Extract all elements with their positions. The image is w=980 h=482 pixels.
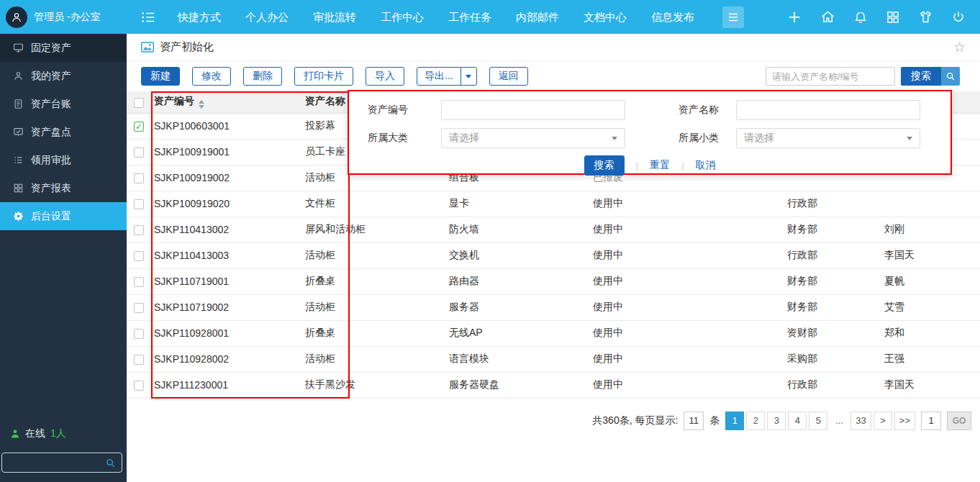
user-name: 管理员 -办公室 [34, 11, 101, 24]
panel-cancel-button[interactable]: 取消 [695, 159, 715, 172]
row-checkbox[interactable] [134, 329, 144, 339]
sidebar-item[interactable]: 资产报表 [0, 174, 127, 202]
page-button[interactable]: 3 [767, 411, 786, 430]
nav-item[interactable]: 工作中心 [368, 0, 436, 34]
goto-page-input[interactable] [921, 411, 941, 430]
theme-shirt-icon[interactable] [918, 9, 933, 24]
nav-item[interactable]: 快捷方式 [165, 0, 233, 34]
new-button[interactable]: 新建 [141, 67, 180, 86]
bell-icon[interactable] [853, 10, 868, 24]
search-button[interactable]: 搜索 [901, 67, 941, 86]
sidebar-search-input[interactable] [8, 458, 105, 468]
app-logo-icon[interactable] [140, 9, 157, 25]
sidebar-item[interactable]: 后台设置 [0, 202, 127, 230]
toolbar: 新建修改删除打印卡片导入 导出... 返回 搜索 [127, 61, 980, 91]
cell-code: SJKP110928002 [151, 346, 302, 372]
cell-status: 使用中 [590, 346, 784, 372]
row-checkbox[interactable] [134, 251, 144, 261]
page-button[interactable]: 1 [725, 411, 744, 430]
cell-name: 折叠桌 [302, 268, 446, 294]
select-all-checkbox[interactable] [134, 98, 144, 108]
row-checkbox[interactable] [134, 199, 144, 209]
sidebar-search-box[interactable] [1, 453, 122, 473]
go-button[interactable]: GO [947, 411, 971, 430]
subcategory-select[interactable]: 请选择 [736, 128, 920, 148]
table-row[interactable]: SJKP110928002活动柜语言模块使用中采购部王强 [127, 346, 980, 372]
page-button[interactable]: 33 [850, 411, 871, 430]
home-icon[interactable] [820, 9, 835, 24]
cell-code: SJKP110413002 [151, 217, 302, 242]
page-title: 资产初始化 [160, 40, 214, 54]
row-checkbox[interactable] [134, 303, 144, 313]
filter-asset-name-input[interactable] [736, 100, 920, 120]
row-checkbox[interactable] [134, 277, 144, 287]
pagination: 共360条, 每页显示: 条 12345...33>>> GO [127, 411, 980, 430]
edit-button[interactable]: 修改 [192, 67, 231, 86]
plus-icon[interactable] [786, 9, 802, 25]
filter-asset-code-input[interactable] [441, 100, 625, 120]
column-header[interactable]: 资产编号 [151, 91, 302, 113]
table-row[interactable]: SJKP110413002屏风和活动柜防火墙使用中财务部刘刚 [127, 217, 980, 242]
topbar-nav: 快捷方式个人办公审批流转工作中心工作任务内部邮件文档中心信息发布 [165, 0, 707, 34]
user-block[interactable]: 管理员 -办公室 [0, 6, 127, 28]
cell-item: 服务器硬盘 [446, 372, 590, 398]
power-icon[interactable] [951, 10, 966, 24]
delete-button[interactable]: 删除 [243, 67, 282, 86]
favorite-star-icon[interactable] [953, 40, 966, 54]
export-dropdown-caret[interactable] [460, 68, 476, 85]
table-row[interactable]: SJKP110928001折叠桌无线AP使用中资财部郑和 [127, 320, 980, 346]
sidebar-item[interactable]: 领用审批 [0, 146, 127, 174]
page-header: 资产初始化 [127, 34, 980, 61]
back-button[interactable]: 返回 [489, 67, 528, 86]
page-size-input[interactable] [684, 411, 704, 430]
nav-item[interactable]: 内部邮件 [504, 0, 571, 34]
sidebar: 固定资产我的资产资产台账资产盘点领用审批资产报表后台设置 在线 1人 [0, 34, 127, 482]
panel-reset-button[interactable]: 重置 [650, 159, 670, 172]
nav-item[interactable]: 个人办公 [233, 0, 301, 34]
cell-item: 显卡 [446, 191, 590, 217]
category-select[interactable]: 请选择 [441, 128, 625, 148]
export-button[interactable]: 导出... [417, 67, 477, 86]
sidebar-item[interactable]: 我的资产 [0, 62, 127, 90]
page-button[interactable]: 4 [788, 411, 807, 430]
search-magnifier-icon[interactable] [941, 67, 960, 86]
table-row[interactable]: SJKP100919020文件柜显卡使用中行政部 [127, 191, 980, 217]
page-button[interactable]: 2 [746, 411, 765, 430]
row-checkbox[interactable] [134, 225, 144, 235]
sidebar-item-label: 领用审批 [31, 154, 71, 167]
row-checkbox[interactable] [134, 381, 144, 391]
sidebar-item[interactable]: 资产台账 [0, 90, 127, 118]
import-button[interactable]: 导入 [366, 67, 404, 86]
next-page-button[interactable]: > [874, 411, 892, 430]
nav-item[interactable]: 审批流转 [301, 0, 368, 34]
panel-search-button[interactable]: 搜索 [584, 155, 625, 176]
page-button[interactable]: 5 [809, 411, 827, 430]
cell-code: SJKP110719001 [151, 268, 302, 294]
apps-grid-icon[interactable] [886, 10, 900, 24]
online-status: 在线 1人 [10, 427, 66, 440]
cell-status: 使用中 [590, 191, 784, 217]
sidebar-item[interactable]: 资产盘点 [0, 118, 127, 146]
sidebar-item[interactable]: 固定资产 [0, 34, 127, 62]
table-row[interactable]: SJKP110719002活动柜服务器使用中财务部艾雪 [127, 294, 980, 320]
table-row[interactable]: SJKP110413003活动柜交换机使用中行政部李国天 [127, 242, 980, 268]
approval-icon [13, 155, 24, 165]
cell-person: 王强 [881, 346, 980, 372]
nav-item[interactable]: 文档中心 [571, 0, 639, 34]
sort-icon[interactable] [199, 100, 204, 109]
last-page-button[interactable]: >> [894, 411, 915, 430]
table-row[interactable]: SJKP110719001折叠桌路由器使用中财务部夏帆 [127, 268, 980, 294]
sidebar-search-icon[interactable] [105, 458, 116, 468]
nav-item[interactable]: 信息发布 [639, 0, 707, 34]
filter-asset-name-label: 资产名称 [679, 104, 736, 117]
print-card-button[interactable]: 打印卡片 [294, 67, 353, 86]
avatar[interactable] [6, 6, 27, 28]
menu-toggle-button[interactable] [722, 6, 744, 28]
row-checkbox[interactable] [134, 122, 144, 132]
nav-item[interactable]: 工作任务 [436, 0, 504, 34]
row-checkbox[interactable] [134, 355, 144, 365]
row-checkbox[interactable] [134, 147, 144, 158]
asset-search-input[interactable] [766, 67, 895, 86]
table-row[interactable]: SJKP111230001扶手黑沙发服务器硬盘使用中行政部李国天 [127, 372, 980, 398]
row-checkbox[interactable] [134, 173, 144, 183]
